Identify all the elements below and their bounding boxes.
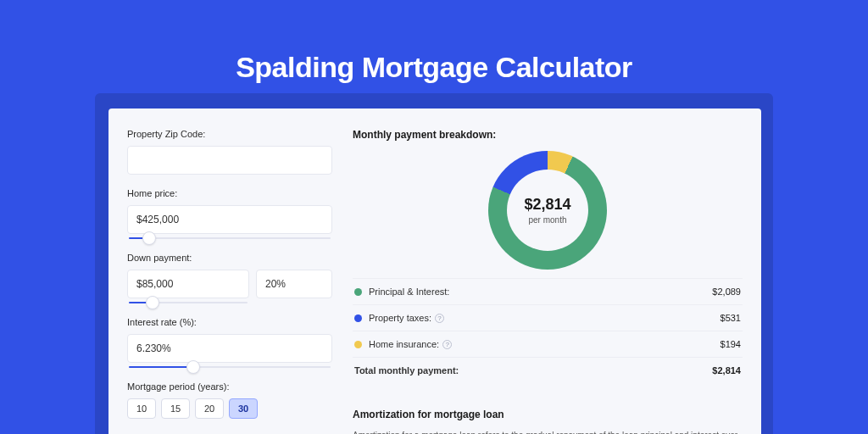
- breakdown-row-principal: Principal & Interest: $2,089: [353, 279, 743, 305]
- amortization-title: Amortization for mortgage loan: [353, 409, 743, 420]
- breakdown-title: Monthly payment breakdown:: [353, 129, 743, 141]
- breakdown-rows: Principal & Interest: $2,089 Property ta…: [353, 278, 743, 383]
- row-label: Principal & Interest:: [369, 287, 449, 297]
- period-label: Mortgage period (years):: [127, 381, 332, 392]
- period-options: 10 15 20 30: [127, 398, 332, 419]
- down-payment-group: Down payment:: [127, 253, 332, 303]
- slider-fill: [129, 366, 193, 368]
- stage: Spalding Mortgage Calculator Property Zi…: [0, 0, 868, 434]
- breakdown-row-taxes: Property taxes: ? $531: [353, 305, 743, 331]
- donut-chart: $2,814 per month: [488, 151, 607, 270]
- row-value: $194: [721, 339, 741, 349]
- amortization-section: Amortization for mortgage loan Amortizat…: [353, 398, 743, 434]
- period-group: Mortgage period (years): 10 15 20 30: [127, 381, 332, 419]
- slider-thumb[interactable]: [146, 296, 159, 309]
- total-value: $2,814: [712, 365, 741, 376]
- donut-amount: $2,814: [524, 196, 570, 214]
- period-option-15[interactable]: 15: [161, 398, 190, 419]
- down-payment-amount-input[interactable]: [127, 270, 249, 298]
- row-value: $531: [721, 313, 741, 323]
- row-label: Property taxes:: [369, 313, 431, 323]
- home-price-input[interactable]: [127, 205, 332, 234]
- home-price-label: Home price:: [127, 188, 332, 198]
- help-icon[interactable]: ?: [442, 340, 452, 349]
- dot-icon: [354, 341, 362, 348]
- breakdown-column: Monthly payment breakdown: $2,814 per mo…: [353, 129, 743, 434]
- down-payment-label: Down payment:: [127, 253, 332, 263]
- period-option-20[interactable]: 20: [195, 398, 224, 419]
- row-label: Home insurance:: [369, 339, 439, 349]
- down-payment-slider[interactable]: [129, 302, 248, 303]
- interest-rate-input[interactable]: [127, 334, 332, 363]
- breakdown-row-insurance: Home insurance: ? $194: [353, 331, 743, 358]
- calculator-card: Property Zip Code: Home price: Down paym…: [108, 108, 761, 434]
- amortization-body: Amortization for a mortgage loan refers …: [353, 429, 743, 434]
- zip-input[interactable]: [127, 146, 332, 175]
- dot-icon: [354, 314, 362, 322]
- slider-thumb[interactable]: [142, 231, 156, 245]
- page-title: Spalding Mortgage Calculator: [0, 51, 868, 84]
- interest-rate-label: Interest rate (%):: [127, 317, 332, 327]
- home-price-slider[interactable]: [129, 237, 331, 239]
- interest-rate-slider[interactable]: [129, 366, 331, 368]
- form-column: Property Zip Code: Home price: Down paym…: [127, 129, 332, 434]
- total-label: Total monthly payment:: [354, 365, 459, 376]
- zip-label: Property Zip Code:: [127, 129, 332, 139]
- donut-center: $2,814 per month: [488, 151, 607, 270]
- help-icon[interactable]: ?: [435, 314, 444, 323]
- period-option-30[interactable]: 30: [229, 398, 258, 419]
- zip-group: Property Zip Code:: [127, 129, 332, 175]
- period-option-10[interactable]: 10: [127, 398, 156, 419]
- donut-wrap: $2,814 per month: [353, 151, 743, 270]
- card-content: Property Zip Code: Home price: Down paym…: [108, 108, 761, 434]
- breakdown-row-total: Total monthly payment: $2,814: [353, 358, 743, 383]
- home-price-group: Home price:: [127, 188, 332, 239]
- interest-rate-group: Interest rate (%):: [127, 317, 332, 368]
- row-value: $2,089: [712, 287, 741, 297]
- down-payment-pct-input[interactable]: [256, 270, 332, 298]
- slider-thumb[interactable]: [186, 360, 200, 374]
- donut-sub: per month: [528, 215, 566, 225]
- dot-icon: [354, 288, 362, 296]
